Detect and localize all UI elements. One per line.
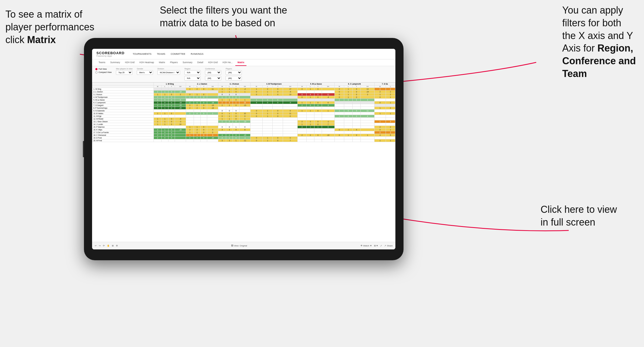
matrix-cell: 0: [200, 112, 207, 115]
fullscreen-button[interactable]: ⤢: [380, 245, 382, 247]
row-player-name: 10. B Valdes: [92, 112, 154, 115]
matrix-cell: 2: [154, 134, 162, 137]
matrix-cell: [307, 115, 314, 118]
tab-teams[interactable]: Teams: [96, 59, 108, 66]
matrix-cell: [334, 112, 344, 115]
matrix-cell: 0: [233, 96, 239, 99]
matrix-cell: [361, 96, 375, 99]
tab-matrix[interactable]: Matrix: [157, 59, 167, 66]
matrix-cell: [361, 107, 375, 110]
pan-button[interactable]: ✋: [107, 245, 110, 247]
matrix-cell: 3: [226, 128, 233, 131]
matrix-cell: 0: [273, 93, 283, 96]
row-player-name: 18. C Sherwood: [92, 134, 154, 137]
matrix-cell: [162, 88, 168, 91]
region-select-x[interactable]: N/A: [184, 70, 201, 75]
nav-teams[interactable]: TEAMS: [157, 52, 165, 56]
matrix-cell: [298, 137, 307, 139]
matrix-cell: [273, 96, 283, 99]
matrix-cell: 4: [298, 126, 307, 128]
tab-players[interactable]: Players: [168, 59, 180, 66]
players-select-y[interactable]: (All): [226, 76, 242, 81]
nav-tournaments[interactable]: TOURNAMENTS: [133, 52, 151, 56]
matrix-cell: 0: [200, 107, 207, 110]
tab-h2h-grid2[interactable]: H2H Grid: [206, 59, 220, 66]
redo-button[interactable]: ↪: [99, 245, 101, 247]
matrix-cell: 1: [334, 99, 344, 101]
view-full[interactable]: Full View: [95, 68, 112, 70]
matrix-cell: 1: [154, 93, 162, 96]
app-title: SCOREBOARD: [96, 51, 125, 55]
matrix-cell: 1: [233, 126, 239, 128]
undo-button[interactable]: ↩: [95, 245, 97, 247]
tab-h2h-he[interactable]: H2H He...: [220, 59, 235, 66]
matrix-cell: 0: [168, 123, 175, 126]
matrix-cell: 1: [375, 139, 386, 142]
matrix-cell: 1: [186, 112, 194, 115]
matrix-cell: [344, 131, 352, 134]
conference-select-x[interactable]: (All): [205, 70, 221, 75]
matrix-cell: [314, 128, 322, 131]
matrix-cell: 0: [273, 101, 283, 104]
view-original-button[interactable]: 🖼 View: Original: [231, 245, 247, 247]
players-select-x[interactable]: (All): [226, 70, 242, 75]
matrix-cell: [262, 128, 273, 131]
col-header-name: [92, 83, 154, 85]
matrix-cell: 1: [226, 118, 233, 120]
matrix-cell: 0: [251, 139, 263, 142]
matrix-cell: 1: [218, 120, 226, 123]
row-player-name: 19. D Ford: [92, 137, 154, 139]
matrix-cell: [262, 123, 273, 126]
matrix-cell: 1: [233, 139, 239, 142]
refresh-button[interactable]: ⟳: [103, 245, 105, 247]
matrix-cell: 4: [226, 101, 233, 104]
share-button[interactable]: ↗ Share: [384, 245, 393, 247]
matrix-cell: 0: [233, 93, 239, 96]
region-select-y[interactable]: N/A: [184, 76, 201, 81]
layout-button[interactable]: ⊞▼: [374, 245, 378, 247]
tab-h2h-grid[interactable]: H2H Grid: [123, 59, 136, 66]
matrix-cell: 0: [344, 115, 352, 118]
matrix-cell: [218, 131, 226, 134]
matrix-cell: [361, 128, 375, 131]
division-select[interactable]: NCAA Division I: [157, 70, 180, 75]
matrix-cell: -10: [322, 134, 334, 137]
tab-summary[interactable]: Summary: [108, 59, 122, 66]
max-players-select[interactable]: Top 25: [116, 70, 132, 75]
nav-rankings[interactable]: RANKINGS: [191, 52, 203, 56]
matrix-cell: [207, 118, 218, 120]
matrix-cell: 11: [361, 110, 375, 112]
matrix-cell: 1: [386, 139, 395, 142]
matrix-cell: 0: [334, 91, 344, 93]
matrix-cell: 6: [322, 101, 334, 104]
matrix-cell: [361, 104, 375, 107]
matrix-cell: 0: [168, 134, 175, 137]
matrix-cell: 0: [200, 128, 207, 131]
matrix-cell: 0: [352, 110, 360, 112]
conference-select-y[interactable]: (All): [205, 76, 221, 81]
matrix-cell: 1: [226, 112, 233, 115]
matrix-cell: [361, 131, 375, 134]
zoom-in-button[interactable]: ⊞: [112, 245, 114, 247]
watch-button[interactable]: 👁 Watch ▼: [360, 245, 372, 247]
matrix-cell: [194, 120, 201, 123]
tab-matrix-active[interactable]: Matrix: [235, 59, 246, 66]
matrix-cell: [175, 112, 186, 115]
filter-region: Region N/A N/A: [184, 68, 201, 81]
matrix-cell: 0: [162, 137, 168, 139]
gender-select[interactable]: Men's: [137, 70, 153, 75]
matrix-cell: -18: [175, 101, 186, 104]
matrix-cell: 0: [375, 131, 386, 134]
matrix-cell: [375, 115, 386, 118]
tab-summary2[interactable]: Summary: [180, 59, 194, 66]
matrix-cell: [283, 126, 298, 128]
view-compact[interactable]: Compact View: [95, 71, 112, 73]
nav-committee[interactable]: COMMITTEE: [171, 52, 185, 56]
matrix-cell: 24: [239, 101, 251, 104]
settings-button[interactable]: ⚙: [116, 245, 118, 247]
tab-h2h-heatmap[interactable]: H2H Heatmap: [137, 59, 156, 66]
matrix-cell: [322, 91, 334, 93]
matrix-cell: [314, 131, 322, 134]
tab-detail[interactable]: Detail: [195, 59, 206, 66]
matrix-cell: -3: [175, 120, 186, 123]
